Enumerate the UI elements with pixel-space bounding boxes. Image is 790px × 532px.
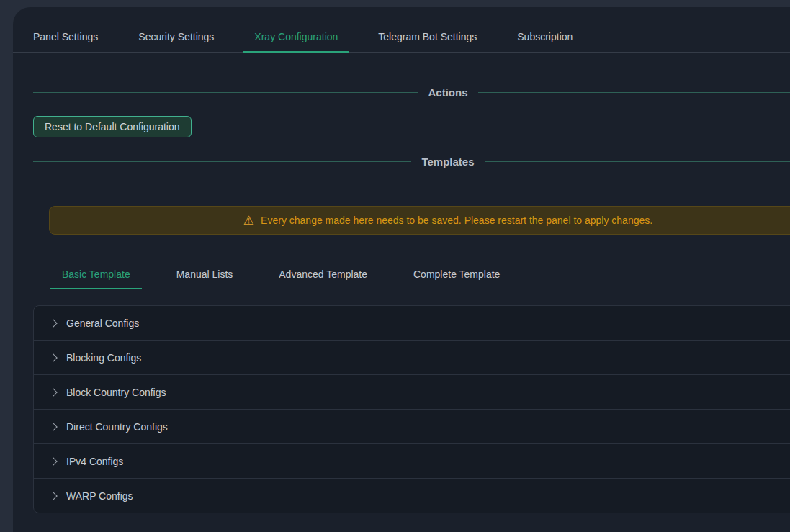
templates-divider: Templates xyxy=(33,154,790,168)
tab-subscription[interactable]: Subscription xyxy=(506,31,584,52)
tab-security-settings[interactable]: Security Settings xyxy=(127,31,225,52)
tab-complete-template[interactable]: Complete Template xyxy=(402,260,511,289)
tab-advanced-template[interactable]: Advanced Template xyxy=(267,260,379,289)
tab-telegram-bot-settings[interactable]: Telegram Bot Settings xyxy=(367,31,488,52)
chevron-right-icon xyxy=(49,457,57,465)
accordion-item-general-configs[interactable]: General Configs xyxy=(34,306,790,341)
chevron-right-icon xyxy=(49,388,57,396)
templates-divider-title: Templates xyxy=(411,155,484,168)
actions-divider-title: Actions xyxy=(418,86,478,99)
accordion-item-label: General Configs xyxy=(66,317,139,329)
tab-panel-settings[interactable]: Panel Settings xyxy=(22,31,109,52)
accordion-item-block-country-configs[interactable]: Block Country Configs xyxy=(34,375,790,410)
warning-triangle-icon: ⚠ xyxy=(243,215,254,227)
main-tab-bar: Panel Settings Security Settings Xray Co… xyxy=(13,7,790,53)
chevron-right-icon xyxy=(49,353,57,361)
accordion-item-label: Direct Country Configs xyxy=(66,421,168,433)
warning-message: Every change made here needs to be saved… xyxy=(261,215,652,226)
chevron-right-icon xyxy=(49,319,57,327)
divider-line xyxy=(485,161,790,162)
reset-to-default-button[interactable]: Reset to Default Configuration xyxy=(33,116,192,137)
tab-basic-template[interactable]: Basic Template xyxy=(50,260,142,289)
divider-line xyxy=(33,161,411,162)
template-tab-bar: Basic Template Manual Lists Advanced Tem… xyxy=(33,260,790,289)
tab-xray-configuration[interactable]: Xray Configuration xyxy=(243,31,349,52)
chevron-right-icon xyxy=(49,423,57,430)
config-sections-accordion: General Configs Blocking Configs Block C… xyxy=(33,305,790,513)
divider-line xyxy=(33,92,418,93)
accordion-item-label: Block Country Configs xyxy=(66,387,166,398)
chevron-right-icon xyxy=(49,492,57,500)
accordion-item-ipv4-configs[interactable]: IPv4 Configs xyxy=(34,444,790,479)
accordion-item-label: Blocking Configs xyxy=(66,352,141,364)
tab-manual-lists[interactable]: Manual Lists xyxy=(165,260,245,289)
accordion-item-label: WARP Configs xyxy=(66,490,133,502)
divider-line xyxy=(478,92,790,93)
settings-card: Panel Settings Security Settings Xray Co… xyxy=(13,7,790,532)
actions-divider: Actions xyxy=(33,85,790,99)
accordion-item-blocking-configs[interactable]: Blocking Configs xyxy=(34,341,790,375)
accordion-item-warp-configs[interactable]: WARP Configs xyxy=(34,479,790,513)
accordion-item-label: IPv4 Configs xyxy=(66,456,123,467)
accordion-item-direct-country-configs[interactable]: Direct Country Configs xyxy=(34,410,790,444)
restart-warning-banner: ⚠ Every change made here needs to be sav… xyxy=(49,206,790,235)
